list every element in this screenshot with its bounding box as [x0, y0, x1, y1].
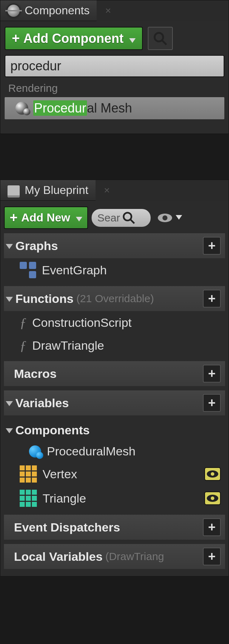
- blueprint-body: + Add New Sear Graphs: [0, 201, 229, 576]
- search-result-row[interactable]: Procedural Mesh: [5, 97, 224, 119]
- svg-point-5: [162, 215, 167, 220]
- local-variables-label: Local Variables: [14, 550, 103, 564]
- chevron-down-icon: [76, 211, 82, 224]
- item-constructionscript[interactable]: ƒ ConstructionScript: [4, 311, 225, 334]
- book-icon: [8, 185, 20, 195]
- drawtriangle-label: DrawTriangle: [32, 339, 104, 353]
- chevron-down-icon: [176, 215, 182, 221]
- eye-icon: [206, 470, 219, 478]
- plus-icon: +: [12, 31, 20, 46]
- components-body: + Add Component Rendering Procedural Mes…: [0, 21, 229, 134]
- add-component-button[interactable]: + Add Component: [5, 27, 143, 50]
- svg-point-9: [211, 496, 214, 500]
- add-dispatcher-button[interactable]: +: [203, 518, 221, 536]
- search-input[interactable]: [5, 55, 224, 77]
- item-triangle[interactable]: Triangle: [4, 486, 225, 510]
- close-icon[interactable]: ×: [105, 5, 111, 16]
- add-local-var-button[interactable]: +: [203, 548, 221, 565]
- view-options-button[interactable]: [154, 211, 185, 225]
- eventgraph-label: EventGraph: [42, 263, 107, 277]
- array-icon: [20, 490, 37, 507]
- section-components[interactable]: Components: [4, 420, 225, 441]
- component-icon: [29, 445, 41, 458]
- eye-icon: [206, 494, 219, 503]
- add-graph-button[interactable]: +: [203, 237, 221, 255]
- visibility-toggle[interactable]: [204, 467, 221, 481]
- add-new-button[interactable]: + Add New: [4, 206, 88, 229]
- functions-label: Functions: [15, 292, 73, 306]
- chevron-down-icon: [129, 31, 136, 46]
- event-dispatchers-label: Event Dispatchers: [14, 520, 120, 534]
- svg-line-1: [162, 40, 166, 45]
- svg-point-7: [211, 472, 214, 476]
- add-variable-button[interactable]: +: [203, 394, 221, 412]
- category-header: Rendering: [5, 77, 224, 97]
- graphs-label: Graphs: [15, 239, 58, 253]
- svg-line-3: [131, 219, 135, 223]
- search-placeholder: Sear: [97, 212, 120, 224]
- gear-icon: [8, 5, 20, 17]
- local-variables-note: (DrawTriang: [106, 550, 164, 563]
- graph-icon: [20, 262, 36, 278]
- svg-point-0: [155, 33, 163, 41]
- add-macro-button[interactable]: +: [203, 365, 221, 383]
- add-new-label: Add New: [21, 211, 70, 224]
- expand-icon: [7, 396, 13, 410]
- blueprint-tab[interactable]: My Blueprint ×: [0, 180, 96, 201]
- variables-label: Variables: [15, 396, 69, 410]
- visibility-toggle[interactable]: [204, 491, 221, 505]
- close-icon[interactable]: ×: [104, 185, 109, 196]
- components-panel: Components × + Add Component Rendering P: [0, 0, 229, 134]
- result-text: Procedural Mesh: [33, 101, 132, 116]
- eye-icon: [157, 213, 173, 223]
- item-drawtriangle[interactable]: ƒ DrawTriangle: [4, 334, 225, 357]
- section-functions[interactable]: Functions (21 Overridable) +: [4, 286, 225, 311]
- functions-note: (21 Overridable): [76, 293, 154, 305]
- blueprint-panel: My Blueprint × + Add New Sear: [0, 180, 229, 576]
- proceduralmesh-label: ProceduralMesh: [47, 444, 136, 458]
- result-rest: al Mesh: [87, 101, 132, 115]
- section-graphs[interactable]: Graphs +: [4, 233, 225, 258]
- vertex-label: Vertex: [43, 467, 77, 481]
- function-icon: ƒ: [20, 315, 26, 330]
- plus-icon: +: [10, 210, 18, 225]
- search-pill[interactable]: Sear: [92, 209, 151, 227]
- blueprint-title: My Blueprint: [25, 184, 88, 197]
- item-eventgraph[interactable]: EventGraph: [4, 258, 225, 282]
- add-function-button[interactable]: +: [203, 290, 221, 308]
- expand-icon: [7, 423, 13, 437]
- triangle-label: Triangle: [43, 491, 86, 505]
- add-component-label: Add Component: [23, 31, 123, 46]
- search-button[interactable]: [148, 27, 173, 50]
- mesh-icon: [15, 102, 28, 115]
- components-sub-label: Components: [15, 423, 90, 437]
- item-vertex[interactable]: Vertex: [4, 462, 225, 486]
- array-icon: [20, 465, 37, 483]
- search-icon: [122, 211, 136, 225]
- section-macros[interactable]: Macros +: [4, 361, 225, 386]
- function-icon: ƒ: [20, 338, 26, 353]
- result-match: Procedur: [33, 100, 87, 116]
- components-tab[interactable]: Components ×: [0, 0, 97, 21]
- constructionscript-label: ConstructionScript: [32, 316, 132, 330]
- section-variables[interactable]: Variables +: [4, 390, 225, 415]
- search-icon: [153, 31, 168, 46]
- svg-point-2: [124, 213, 132, 220]
- section-local-variables[interactable]: Local Variables (DrawTriang +: [4, 544, 225, 569]
- item-proceduralmesh[interactable]: ProceduralMesh: [4, 441, 225, 462]
- expand-icon: [7, 239, 13, 253]
- components-title: Components: [25, 4, 89, 17]
- macros-label: Macros: [14, 367, 57, 381]
- section-event-dispatchers[interactable]: Event Dispatchers +: [4, 515, 225, 540]
- expand-icon: [7, 292, 13, 306]
